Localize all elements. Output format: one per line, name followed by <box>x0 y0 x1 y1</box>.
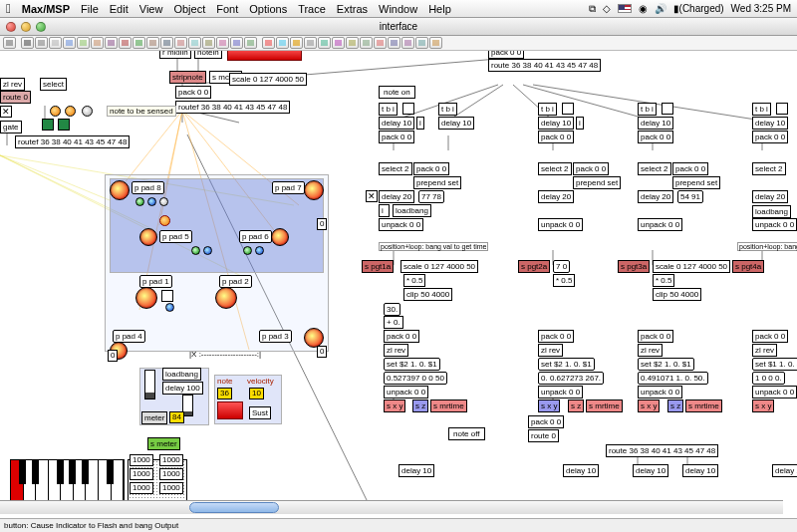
obj-pack00-a[interactable]: pack 0 0 <box>175 86 211 99</box>
tool-fpic-icon[interactable] <box>290 37 303 49</box>
c2-delay10[interactable]: delay 10 <box>538 117 574 130</box>
pad3-label[interactable]: p pad 3 <box>259 330 292 343</box>
num-y1[interactable]: 0 <box>317 346 327 358</box>
tool-led-icon[interactable] <box>174 37 187 49</box>
c1-unp2[interactable]: unpack 0 0 <box>384 386 428 399</box>
c3-scale[interactable]: scale 0 127 4000 50 <box>653 260 730 273</box>
c1-vals[interactable]: 77 78 <box>418 190 444 203</box>
tool-tab-icon[interactable] <box>332 37 345 49</box>
num-x0[interactable]: 0 <box>108 350 118 362</box>
c3-tbi[interactable]: t b i <box>638 103 657 116</box>
noff-pack[interactable]: pack 0 0 <box>528 415 564 428</box>
c2-long[interactable]: 0. 0.627273 267. <box>538 372 604 385</box>
obj-scale-a[interactable]: scale 0 127 4000 50 <box>229 73 307 86</box>
pad8-i2[interactable] <box>147 197 156 206</box>
pad8-i1[interactable] <box>135 197 144 206</box>
c2-unp[interactable]: unpack 0 0 <box>538 218 583 231</box>
c2-tog[interactable] <box>562 103 574 115</box>
tool-inspector-icon[interactable] <box>429 37 442 49</box>
c2-set[interactable]: set $2 1. 0. $1 <box>538 358 595 371</box>
ms-n2[interactable]: 1000 <box>159 454 183 466</box>
c1-unp[interactable]: unpack 0 0 <box>379 218 423 231</box>
apple-menu[interactable]:  <box>6 1 11 16</box>
pad5-i1[interactable] <box>191 246 200 255</box>
c1-clip[interactable]: clip 50 4000 <box>403 288 452 301</box>
obj-delay100[interactable]: delay 100 <box>162 382 203 395</box>
slider-a[interactable] <box>144 370 155 399</box>
pad5-bang[interactable] <box>139 228 157 246</box>
pad5-i2[interactable] <box>203 246 212 255</box>
c3-smr[interactable]: s mrtime <box>685 399 722 412</box>
c1-lb[interactable]: loadbang <box>393 204 431 217</box>
tool-toggle-icon[interactable] <box>77 37 90 49</box>
window-titlebar[interactable]: interface <box>0 18 797 36</box>
c3-set[interactable]: set $2 1. 0. $1 <box>638 358 694 371</box>
pad2-bang[interactable] <box>215 287 237 309</box>
c2-zlrev[interactable]: zl rev <box>538 344 563 357</box>
c1-long[interactable]: 0.527397 0 0 50 <box>384 372 447 385</box>
toggle-g1[interactable] <box>42 119 54 131</box>
c2-smr[interactable]: s mrtime <box>586 399 623 412</box>
c2-tbi[interactable]: t b i <box>538 103 557 116</box>
obj-r-midiin[interactable]: r midiin <box>159 51 191 59</box>
c3-pack2[interactable]: pack 0 0 <box>672 162 708 175</box>
c2-sel2[interactable]: select 2 <box>538 162 572 175</box>
c4-sxy[interactable]: s x y <box>752 399 774 412</box>
c4-sel2[interactable]: select 2 <box>752 162 786 175</box>
c1-i2[interactable]: i <box>379 204 390 217</box>
pad2-label[interactable]: p pad 2 <box>219 275 252 288</box>
h-scrollbar[interactable] <box>0 500 783 514</box>
tool-lock-icon[interactable] <box>3 37 16 49</box>
c3-tog[interactable] <box>662 103 673 115</box>
ms-n5[interactable]: 1000 <box>130 482 153 494</box>
app-menu[interactable]: Max/MSP <box>22 3 70 15</box>
pad1-i1[interactable] <box>165 303 174 312</box>
menu-options[interactable]: Options <box>249 3 287 15</box>
meter-bar[interactable] <box>227 51 302 61</box>
c1-pack3[interactable]: pack 0 0 <box>384 330 419 343</box>
tool-textedit-icon[interactable] <box>346 37 359 49</box>
pad3-bang[interactable] <box>304 328 324 348</box>
toggle-g2[interactable] <box>58 119 70 131</box>
tool-comment-icon[interactable] <box>49 37 62 49</box>
num-vel[interactable]: 10 <box>249 388 264 399</box>
tool-umenu-icon[interactable] <box>318 37 331 49</box>
menu-object[interactable]: Object <box>173 3 205 15</box>
obj-loadbang[interactable]: loadbang <box>162 368 201 381</box>
c2-sxy[interactable]: s x y <box>538 399 560 412</box>
c3-unp2[interactable]: unpack 0 0 <box>638 386 682 399</box>
noff-d2[interactable]: delay 10 <box>563 464 599 477</box>
obj-routef-a[interactable]: routef 36 38 40 41 43 45 47 48 <box>175 101 290 114</box>
c4-long[interactable]: 1 0 0 0. <box>752 372 785 385</box>
c2-sz[interactable]: s z <box>568 399 584 412</box>
c1-smr[interactable]: s mrtime <box>430 399 467 412</box>
c3-delay20[interactable]: delay 20 <box>638 190 673 203</box>
c4-lb[interactable]: loadbang <box>752 205 791 218</box>
tool-meter-icon[interactable] <box>202 37 215 49</box>
c1-scale[interactable]: scale 0 127 4000 50 <box>400 260 478 273</box>
clock[interactable]: Wed 3:25 PM <box>731 3 791 14</box>
c2-i[interactable]: i <box>576 117 584 130</box>
c4-delay10[interactable]: delay 10 <box>752 117 788 130</box>
obj-notein[interactable]: notein <box>194 51 222 59</box>
c1-sel2[interactable]: select 2 <box>379 162 412 175</box>
c2-spgt[interactable]: s pgt2a <box>518 260 550 273</box>
c1-m05[interactable]: * 0.5 <box>403 274 425 287</box>
tool-flonum-icon[interactable] <box>105 37 118 49</box>
tool-message-icon[interactable] <box>35 37 48 49</box>
tool-table-icon[interactable] <box>146 37 159 49</box>
num-meter[interactable]: 84 <box>169 411 184 423</box>
c2-m05[interactable]: * 0.5 <box>553 274 575 287</box>
c3-sel2[interactable]: select 2 <box>638 162 671 175</box>
c4-unp2[interactable]: unpack 0 0 <box>752 386 797 399</box>
tool-kslider-icon[interactable] <box>244 37 257 49</box>
c1-plus[interactable]: + 0. <box>384 316 403 329</box>
bluetooth-icon[interactable]: ⧉ <box>589 3 596 15</box>
pad6-i1[interactable] <box>243 246 252 255</box>
c1-tog2[interactable] <box>366 190 378 202</box>
pad6-i2[interactable] <box>255 246 264 255</box>
tool-preset-icon[interactable] <box>160 37 173 49</box>
menu-view[interactable]: View <box>139 3 163 15</box>
pad8-i3[interactable] <box>159 197 168 206</box>
bang-1[interactable] <box>50 106 61 117</box>
